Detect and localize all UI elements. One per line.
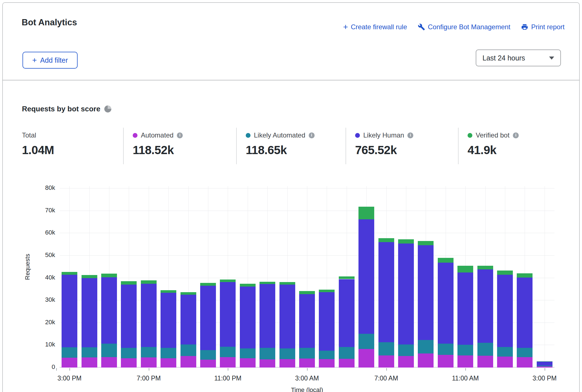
bar-segment-verified-bot[interactable] (240, 284, 256, 287)
bar-segment-likely-human[interactable] (240, 287, 256, 349)
info-icon[interactable]: i (513, 132, 519, 138)
bar-segment-automated[interactable] (319, 359, 335, 368)
bar-segment-verified-bot[interactable] (299, 291, 315, 294)
bar-segment-verified-bot[interactable] (260, 282, 275, 284)
bar-segment-verified-bot[interactable] (220, 280, 236, 282)
bar-segment-verified-bot[interactable] (62, 272, 77, 275)
info-icon[interactable]: i (309, 132, 315, 138)
bar-segment-likely-human[interactable] (279, 285, 295, 349)
bar-segment-likely-human[interactable] (101, 277, 117, 344)
bar-segment-automated[interactable] (240, 358, 256, 368)
bar-segment-automated[interactable] (517, 357, 533, 368)
bar-segment-likely-automated[interactable] (82, 347, 97, 358)
bar-segment-likely-human[interactable] (220, 282, 236, 347)
bar-segment-automated[interactable] (82, 357, 97, 368)
bar-segment-automated[interactable] (220, 357, 236, 368)
bar-segment-likely-human[interactable] (181, 295, 196, 344)
bar-segment-likely-human[interactable] (477, 269, 493, 343)
bar-segment-likely-automated[interactable] (358, 334, 374, 349)
bar-segment-likely-human[interactable] (319, 292, 335, 351)
print-report-link[interactable]: Print report (521, 23, 565, 31)
create-firewall-rule-link[interactable]: + Create firewall rule (343, 23, 407, 31)
bar-segment-verified-bot[interactable] (82, 275, 97, 278)
bar-segment-likely-automated[interactable] (477, 343, 493, 356)
bar-segment-verified-bot[interactable] (121, 281, 137, 285)
bar-segment-verified-bot[interactable] (497, 271, 513, 275)
bar-segment-likely-human[interactable] (378, 242, 394, 342)
bar-segment-likely-automated[interactable] (299, 348, 315, 359)
bar-segment-verified-bot[interactable] (457, 266, 473, 272)
bar-segment-automated[interactable] (260, 359, 275, 368)
bar-segment-likely-automated[interactable] (418, 340, 434, 353)
bar-segment-likely-human[interactable] (260, 284, 275, 348)
bar-segment-likely-human[interactable] (457, 272, 473, 345)
add-filter-button[interactable]: + Add filter (22, 52, 78, 69)
time-range-dropdown[interactable]: Last 24 hours (476, 49, 561, 66)
bar-segment-verified-bot[interactable] (181, 292, 196, 295)
bar-segment-likely-automated[interactable] (339, 347, 355, 359)
bar-segment-likely-automated[interactable] (181, 344, 196, 356)
bar-segment-likely-automated[interactable] (220, 347, 236, 357)
bar-segment-verified-bot[interactable] (477, 266, 493, 270)
bar-segment-verified-bot[interactable] (398, 239, 414, 244)
configure-bot-management-link[interactable]: Configure Bot Management (418, 23, 511, 31)
bar-segment-likely-automated[interactable] (101, 344, 117, 357)
bar-segment-likely-automated[interactable] (537, 366, 552, 366)
bar-segment-verified-bot[interactable] (279, 282, 295, 285)
bar-segment-likely-human[interactable] (398, 244, 414, 344)
bar-segment-likely-human[interactable] (141, 284, 157, 347)
bar-segment-likely-automated[interactable] (398, 344, 414, 356)
bar-segment-likely-human[interactable] (121, 285, 137, 348)
bar-segment-automated[interactable] (161, 358, 176, 368)
bar-segment-verified-bot[interactable] (339, 276, 355, 279)
bar-segment-likely-automated[interactable] (121, 348, 137, 358)
bar-segment-automated[interactable] (299, 359, 315, 368)
bar-segment-likely-automated[interactable] (319, 351, 335, 359)
bar-segment-automated[interactable] (141, 357, 157, 368)
bar-segment-automated[interactable] (457, 355, 473, 368)
bar-segment-verified-bot[interactable] (101, 274, 117, 277)
bar-segment-likely-automated[interactable] (279, 348, 295, 359)
bar-segment-automated[interactable] (62, 358, 77, 368)
bar-segment-likely-human[interactable] (82, 278, 97, 347)
bar-segment-automated[interactable] (378, 355, 394, 368)
bar-segment-likely-automated[interactable] (260, 348, 275, 359)
bar-segment-likely-human[interactable] (438, 263, 454, 344)
bar-segment-automated[interactable] (200, 360, 216, 368)
bar-segment-likely-automated[interactable] (240, 348, 256, 358)
bar-segment-automated[interactable] (358, 349, 374, 368)
bar-segment-likely-human[interactable] (517, 278, 533, 348)
bar-segment-automated[interactable] (101, 357, 117, 368)
bar-segment-verified-bot[interactable] (418, 241, 434, 245)
bar-segment-verified-bot[interactable] (141, 280, 157, 284)
bar-segment-verified-bot[interactable] (438, 258, 454, 263)
bar-segment-likely-human[interactable] (497, 275, 513, 347)
bar-segment-automated[interactable] (497, 357, 513, 368)
bar-segment-automated[interactable] (279, 359, 295, 368)
bar-segment-verified-bot[interactable] (161, 290, 176, 293)
bar-segment-likely-human[interactable] (339, 279, 355, 347)
bar-segment-verified-bot[interactable] (200, 283, 216, 286)
bar-segment-likely-automated[interactable] (378, 342, 394, 355)
bar-segment-likely-human[interactable] (161, 293, 176, 348)
bar-segment-verified-bot[interactable] (517, 273, 533, 278)
bar-segment-verified-bot[interactable] (358, 207, 374, 219)
bar-segment-automated[interactable] (418, 353, 434, 368)
bar-segment-automated[interactable] (438, 355, 454, 368)
bar-segment-likely-automated[interactable] (62, 347, 77, 358)
bar-segment-verified-bot[interactable] (537, 361, 552, 362)
bar-segment-likely-human[interactable] (358, 219, 374, 334)
bar-segment-likely-human[interactable] (200, 286, 216, 350)
bar-segment-automated[interactable] (339, 359, 355, 368)
bar-segment-likely-automated[interactable] (161, 348, 176, 358)
bar-segment-likely-automated[interactable] (497, 347, 513, 357)
info-icon[interactable]: i (177, 132, 183, 138)
bar-segment-automated[interactable] (537, 366, 552, 368)
bar-segment-likely-automated[interactable] (200, 350, 216, 360)
bar-segment-automated[interactable] (181, 356, 196, 368)
bar-segment-likely-human[interactable] (62, 275, 77, 347)
bar-segment-likely-human[interactable] (418, 245, 434, 340)
info-icon[interactable]: i (407, 132, 413, 138)
bar-segment-automated[interactable] (121, 358, 137, 368)
bar-segment-likely-automated[interactable] (457, 345, 473, 355)
